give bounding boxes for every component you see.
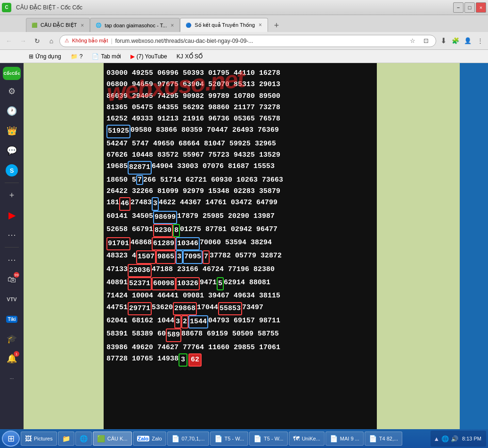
tray-network[interactable]: 🌐 [441, 435, 449, 442]
browser-logo: C [2, 3, 11, 12]
taskbar-pictures-label: Pictures [34, 436, 53, 441]
row16-blue: 3 [176, 250, 183, 264]
bookmark-toggle-button[interactable]: ☆ [407, 36, 418, 46]
minimize-button[interactable]: − [453, 2, 464, 13]
taskbar-pictures[interactable]: 🖼 Pictures [21, 432, 57, 446]
row18-a: 40891 [106, 277, 128, 290]
row15-red2: 61289 [152, 237, 176, 250]
sidebar-shopee[interactable]: 🛍 99 [3, 271, 20, 288]
row15-blue: 10346 [176, 237, 200, 250]
sidebar-more2[interactable]: ⋯ [3, 251, 20, 268]
sidebar-skype[interactable]: S [3, 162, 20, 179]
bookmark-unknown[interactable]: 📁 ? [68, 52, 86, 61]
tab1-close[interactable]: × [80, 22, 85, 29]
sidebar-youtube[interactable]: ▶ [3, 207, 20, 224]
row18-d: 9471 [200, 277, 217, 290]
row18-red1: 52371 [128, 277, 152, 290]
sidebar-messenger[interactable]: 💬 [3, 142, 20, 159]
row18-green: 5 [217, 277, 224, 290]
new-tab-button[interactable]: + [270, 19, 283, 32]
row21-red: 3 [174, 315, 181, 328]
taskbar-zalo[interactable]: Zalo Zalo [133, 432, 166, 446]
address-input[interactable]: ⚠ Không bảo mật | forum.webxoso.net/thre… [59, 35, 436, 47]
row6-highlight: 51925 [106, 125, 130, 138]
start-button[interactable]: ⊞ [2, 431, 20, 447]
row-7: 54247 5747 49650 68664 81047 59925 32965 [106, 138, 374, 150]
forward-button[interactable]: → [17, 35, 29, 47]
tab3-label: Số kết quả Truyền Thống [195, 22, 255, 28]
taskbar-t4[interactable]: 📄 T4 82,... [365, 432, 402, 446]
history-icon: 🕐 [7, 106, 17, 116]
bookmark-newtab[interactable]: 📄 Tab mới [89, 52, 123, 61]
row-19: 71424 10004 46441 09081 39467 49634 3811… [106, 290, 374, 302]
taskbar-tab3-label: T5 - W... [264, 436, 284, 441]
taskbar-tab3[interactable]: 📄 T5 - W... [249, 432, 288, 446]
tiki-icon: Tiki [6, 316, 17, 323]
bookmark-youtube[interactable]: ▶ (7) YouTube [128, 52, 170, 61]
newtab-icon: 📄 [92, 53, 99, 60]
sidebar-vtv[interactable]: VTV [3, 291, 20, 308]
taskbar-folder[interactable]: 📁 [58, 432, 74, 446]
back-button[interactable]: ← [3, 35, 15, 47]
t4-taskbar-icon: 📄 [369, 435, 377, 442]
taskbar-mai9[interactable]: 📄 MAI 9 ... [325, 432, 364, 446]
taskbar-tab2[interactable]: 📄 T5 - W... [210, 432, 249, 446]
taskbar-chrome[interactable]: 🌐 [75, 432, 92, 446]
security-label: Không bảo mật [72, 38, 108, 44]
home-button[interactable]: ⌂ [45, 35, 57, 47]
row-4: 81365 05475 84355 56292 98860 21177 7327… [106, 102, 374, 113]
row-22: 58391 58389 60 589 88678 69159 50509 587… [106, 328, 374, 342]
system-clock: 8:13 PM [460, 436, 483, 441]
sidebar-settings[interactable]: ⚙ [3, 83, 20, 100]
tray-arrow[interactable]: ▲ [433, 435, 439, 442]
extensions-button[interactable]: 🧩 [450, 36, 461, 46]
row-12: 181 46 27483 3 4622 44367 14761 03472 64… [106, 197, 374, 210]
tab-tapgoan[interactable]: 🌐 tap doan giaimasohoc - T... × [90, 18, 180, 32]
profile-button[interactable]: 👤 [463, 36, 473, 46]
tab-sokq[interactable]: 🔵 Số kết quả Truyền Thống × [180, 18, 268, 32]
row20-red1: 29771 [128, 302, 152, 315]
taskbar-tab1[interactable]: 📄 07,70,1,... [167, 432, 209, 446]
sidebar-more1[interactable]: ⋯ [3, 226, 20, 243]
qr-button[interactable]: ⊡ [421, 36, 431, 46]
taskbar-unike[interactable]: 🗺 UniKe... [289, 432, 325, 446]
row17-b: 47188 23166 46724 77196 82380 [152, 264, 275, 277]
sidebar-dots[interactable]: ··· [3, 370, 20, 387]
tray-volume[interactable]: 🔊 [451, 435, 458, 442]
sidebar-crown[interactable]: 👑 [3, 122, 20, 139]
row9-highlight: 82871 [128, 161, 152, 174]
row3-text: 86039 29405 74295 90982 99789 10780 8950… [106, 91, 280, 102]
sidebar-tiki[interactable]: Tiki [3, 311, 20, 328]
sidebar-hat[interactable]: 🎓 [3, 330, 20, 347]
sidebar-divider2 [5, 247, 19, 248]
zalo-taskbar-icon: Zalo [137, 436, 150, 441]
row-21: 62041 68162 1044 3 2 1544 04793 69157 98… [106, 315, 374, 328]
refresh-button[interactable]: ↻ [31, 35, 43, 47]
tab-cau-dac-biet[interactable]: 🟩 CÂU ĐẶC BIỆT × [26, 18, 90, 32]
bookmark-xoso[interactable]: KJ XỔ SỐ [174, 52, 205, 61]
bell-badge: 1 [14, 351, 19, 357]
sidebar-add[interactable]: + [3, 187, 20, 204]
separator: | [111, 38, 112, 44]
maximize-button[interactable]: □ [464, 2, 475, 13]
more2-icon: ⋯ [8, 255, 16, 265]
close-button[interactable]: × [476, 2, 486, 13]
row24-green3: 3 [179, 353, 187, 367]
row-2: 06800 94659 97675 63904 52070 85313 2901… [106, 79, 374, 90]
row4-text: 81365 05475 84355 56292 98860 21177 7327… [106, 102, 280, 113]
sidebar-bell[interactable]: 🔔 1 [3, 350, 20, 367]
right-padding [377, 63, 460, 429]
taskbar-cau-k[interactable]: 🟩 CÂU K... [93, 432, 132, 446]
bookmark-xoso-label: XỔ SỐ [185, 53, 203, 60]
download-icon[interactable]: ⬇ [438, 36, 448, 46]
menu-button[interactable]: ⋮ [475, 36, 485, 46]
tab2-close[interactable]: × [170, 22, 175, 29]
row15-c: 70060 53594 38294 [200, 237, 272, 250]
bookmark-folder-label: ? [80, 53, 83, 60]
tab3-close[interactable]: × [258, 22, 263, 28]
sidebar-history[interactable]: 🕐 [3, 103, 20, 120]
row20-b: 53620 [152, 302, 173, 315]
row16-red3: 7 [203, 250, 210, 264]
bookmark-apps[interactable]: ⊞ Ứng dụng [26, 52, 64, 61]
unike-taskbar-icon: 🗺 [293, 435, 300, 442]
